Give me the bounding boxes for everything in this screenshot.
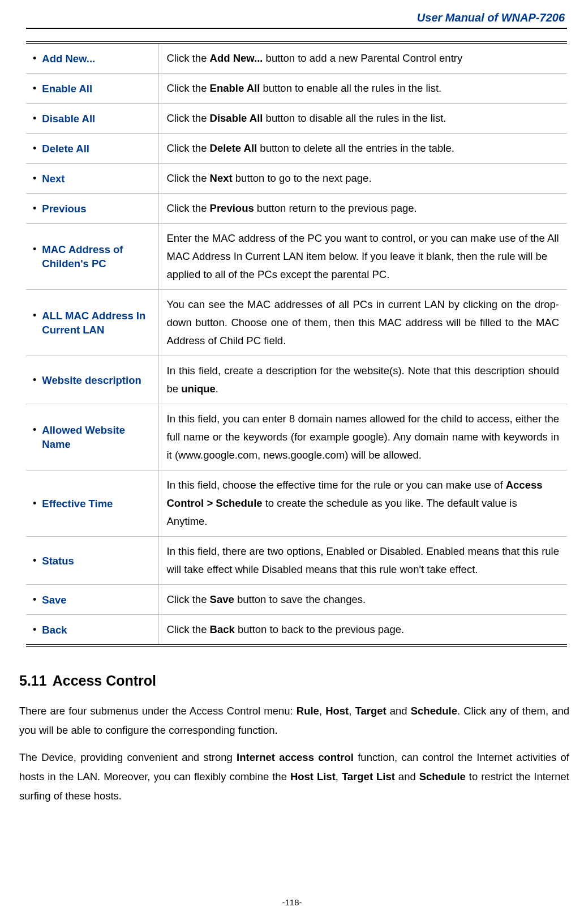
- description-cell: Click the Back button to back to the pre…: [158, 615, 567, 646]
- term-cell: •Enable All: [26, 74, 158, 104]
- section-title: Access Control: [53, 673, 156, 688]
- body-paragraph: The Device, providing convenient and str…: [19, 748, 569, 806]
- term-cell: •Next: [26, 164, 158, 194]
- bullet-icon: •: [33, 423, 36, 437]
- term-cell: •Back: [26, 615, 158, 646]
- term-text: Previous: [42, 202, 86, 216]
- table-row: •Allowed Website NameIn this field, you …: [26, 404, 567, 470]
- term-text: Add New...: [42, 52, 95, 66]
- description-cell: In this field, choose the effective time…: [158, 470, 567, 537]
- table-row: •Enable AllClick the Enable All button t…: [26, 74, 567, 104]
- page-number: -118-: [0, 897, 584, 907]
- table-row: •PreviousClick the Previous button retur…: [26, 194, 567, 224]
- description-cell: Click the Add New... button to add a new…: [158, 42, 567, 74]
- definition-table-body: •Add New...Click the Add New... button t…: [26, 42, 567, 645]
- term-cell: •Effective Time: [26, 470, 158, 537]
- header-rule: [26, 28, 567, 29]
- term-cell: •Website description: [26, 356, 158, 404]
- term-text: Allowed Website Name: [42, 423, 154, 451]
- description-cell: Click the Save button to save the change…: [158, 585, 567, 615]
- table-row: •StatusIn this field, there are two opti…: [26, 537, 567, 585]
- term-cell: •Save: [26, 585, 158, 615]
- table-row: •BackClick the Back button to back to th…: [26, 615, 567, 646]
- definition-table: •Add New...Click the Add New... button t…: [26, 41, 567, 647]
- term-cell: •Previous: [26, 194, 158, 224]
- bullet-icon: •: [33, 172, 36, 186]
- term-text: Website description: [42, 373, 141, 387]
- description-cell: Click the Disable All button to disable …: [158, 104, 567, 134]
- paragraphs-container: There are four submenus under the Access…: [26, 701, 567, 806]
- term-text: ALL MAC Address In Current LAN: [42, 309, 154, 337]
- table-row: •SaveClick the Save button to save the c…: [26, 585, 567, 615]
- page-container: User Manual of WNAP-7206 •Add New...Clic…: [0, 0, 584, 924]
- header-title: User Manual of WNAP-7206: [26, 11, 567, 24]
- term-text: Next: [42, 172, 65, 186]
- bullet-icon: •: [33, 497, 36, 511]
- table-row: •Effective TimeIn this field, choose the…: [26, 470, 567, 537]
- table-row: •Add New...Click the Add New... button t…: [26, 42, 567, 74]
- term-text: Disable All: [42, 112, 95, 126]
- bullet-icon: •: [33, 142, 36, 156]
- table-row: •Website descriptionIn this field, creat…: [26, 356, 567, 404]
- bullet-icon: •: [33, 82, 36, 96]
- term-text: Back: [42, 623, 67, 637]
- bullet-icon: •: [33, 623, 36, 637]
- term-text: Delete All: [42, 142, 89, 156]
- table-row: •NextClick the Next button to go to the …: [26, 164, 567, 194]
- term-text: Effective Time: [42, 497, 113, 511]
- term-cell: •Disable All: [26, 104, 158, 134]
- term-cell: •Allowed Website Name: [26, 404, 158, 470]
- term-text: Save: [42, 593, 66, 607]
- description-cell: Click the Next button to go to the next …: [158, 164, 567, 194]
- description-cell: Click the Previous button return to the …: [158, 194, 567, 224]
- description-cell: Click the Delete All button to delete al…: [158, 134, 567, 164]
- bullet-icon: •: [33, 554, 36, 568]
- term-cell: •Delete All: [26, 134, 158, 164]
- bullet-icon: •: [33, 242, 36, 256]
- term-text: Enable All: [42, 82, 92, 96]
- table-row: •MAC Address of Childen's PCEnter the MA…: [26, 224, 567, 290]
- section-number: 5.11: [19, 673, 47, 688]
- term-cell: •Add New...: [26, 42, 158, 74]
- bullet-icon: •: [33, 202, 36, 216]
- bullet-icon: •: [33, 309, 36, 323]
- bullet-icon: •: [33, 373, 36, 387]
- body-paragraph: There are four submenus under the Access…: [19, 701, 569, 740]
- bullet-icon: •: [33, 593, 36, 607]
- term-text: Status: [42, 554, 74, 568]
- bullet-icon: •: [33, 52, 36, 66]
- description-cell: In this field, create a description for …: [158, 356, 567, 404]
- description-cell: Enter the MAC address of the PC you want…: [158, 224, 567, 290]
- term-cell: •MAC Address of Childen's PC: [26, 224, 158, 290]
- section-heading: 5.11Access Control: [19, 673, 567, 689]
- description-cell: You can see the MAC addresses of all PCs…: [158, 290, 567, 356]
- table-row: •ALL MAC Address In Current LANYou can s…: [26, 290, 567, 356]
- table-row: •Disable AllClick the Disable All button…: [26, 104, 567, 134]
- table-row: •Delete AllClick the Delete All button t…: [26, 134, 567, 164]
- bullet-icon: •: [33, 112, 36, 126]
- description-cell: In this field, there are two options, En…: [158, 537, 567, 585]
- description-cell: Click the Enable All button to enable al…: [158, 74, 567, 104]
- term-cell: •ALL MAC Address In Current LAN: [26, 290, 158, 356]
- term-text: MAC Address of Childen's PC: [42, 242, 154, 271]
- description-cell: In this field, you can enter 8 domain na…: [158, 404, 567, 470]
- term-cell: •Status: [26, 537, 158, 585]
